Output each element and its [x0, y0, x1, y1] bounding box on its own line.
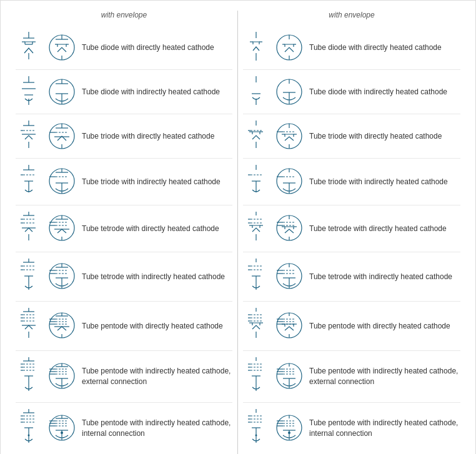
page: with envelope	[0, 0, 476, 454]
schematic-large-r6	[273, 257, 305, 296]
schematic-large-5	[46, 210, 78, 247]
schematic-small-r6	[243, 257, 269, 296]
list-item: Tube tetrode with indirectly heated cath…	[243, 252, 460, 302]
list-item: Tube tetrode with directly heated cathod…	[16, 205, 232, 252]
schematic-small-6	[16, 257, 42, 296]
item-label-r1: Tube diode with directly heated cathode	[309, 42, 460, 53]
schematic-large-r1	[273, 31, 305, 64]
list-item: Tube pentode with directly heated cathod…	[16, 302, 232, 351]
list-item: Tube pentode with indirectly heated cath…	[16, 403, 232, 454]
schematic-small-r1	[243, 31, 269, 64]
list-item: Tube diode with directly heated cathode	[16, 26, 232, 70]
schematic-small-r9	[243, 408, 269, 449]
schematic-large-r2	[273, 75, 305, 109]
list-item: Tube pentode with directly heated cathod…	[243, 302, 460, 351]
schematic-large-6	[46, 257, 78, 296]
schematic-large-r9	[273, 408, 305, 449]
item-label-9: Tube pentode with indirectly heated cath…	[82, 418, 232, 439]
item-label-r2: Tube diode with indirectly heated cathod…	[309, 87, 460, 97]
list-item: Tube triode with directly heated cathode	[243, 114, 460, 159]
item-label-r6: Tube tetrode with indirectly heated cath…	[309, 272, 460, 282]
schematic-large-r8	[273, 356, 305, 397]
schematic-large-9	[46, 408, 78, 449]
schematic-small-2	[16, 75, 42, 109]
right-column: with envelope	[238, 11, 465, 454]
list-item: Tube triode with indirectly heated catho…	[243, 159, 460, 205]
list-item: Tube tetrode with indirectly heated cath…	[16, 252, 232, 302]
right-header: with envelope	[243, 11, 460, 19]
schematic-small-r7	[243, 307, 269, 345]
item-label-6: Tube tetrode with indirectly heated cath…	[82, 272, 232, 282]
schematic-large-4	[46, 164, 78, 200]
item-label-4: Tube triode with indirectly heated catho…	[82, 177, 232, 187]
list-item: Tube pentode with indirectly heated cath…	[16, 351, 232, 403]
main-grid: with envelope	[11, 11, 465, 454]
list-item: Tube pentode with indirectly heated cath…	[243, 351, 460, 403]
schematic-large-1	[46, 31, 78, 64]
schematic-large-8	[46, 356, 78, 397]
schematic-large-r4	[273, 164, 305, 200]
svg-point-160	[61, 432, 63, 434]
schematic-large-r5	[273, 210, 305, 247]
item-label-r8: Tube pentode with indirectly heated cath…	[309, 366, 460, 387]
left-column: with envelope	[11, 11, 238, 454]
item-label-8: Tube pentode with indirectly heated cath…	[82, 366, 232, 387]
list-item: Tube triode with indirectly heated catho…	[16, 159, 232, 205]
list-item: Tube pentode with indirectly heated cath…	[243, 403, 460, 454]
list-item: Tube diode with indirectly heated cathod…	[16, 70, 232, 114]
schematic-large-3	[46, 119, 78, 153]
item-label-r9: Tube pentode with indirectly heated cath…	[309, 418, 460, 439]
svg-point-148	[28, 435, 30, 437]
schematic-small-r8	[243, 356, 269, 397]
schematic-large-r7	[273, 307, 305, 345]
schematic-small-9	[16, 408, 42, 449]
item-label-r4: Tube triode with indirectly heated catho…	[309, 177, 460, 187]
svg-point-293	[288, 432, 290, 434]
item-label-1: Tube diode with directly heated cathode	[82, 42, 232, 53]
schematic-large-2	[46, 75, 78, 109]
schematic-small-3	[16, 119, 42, 153]
schematic-small-1	[16, 31, 42, 64]
item-label-3: Tube triode with directly heated cathode	[82, 131, 232, 142]
schematic-small-r3	[243, 119, 269, 153]
item-label-7: Tube pentode with directly heated cathod…	[82, 321, 232, 332]
item-label-5: Tube tetrode with directly heated cathod…	[82, 224, 232, 234]
item-label-r5: Tube tetrode with directly heated cathod…	[309, 224, 460, 234]
schematic-small-5	[16, 210, 42, 247]
list-item: Tube diode with indirectly heated cathod…	[243, 70, 460, 114]
schematic-large-r3	[273, 119, 305, 153]
schematic-small-r5	[243, 210, 269, 247]
left-header: with envelope	[16, 11, 232, 19]
svg-point-282	[255, 435, 257, 437]
item-label-r7: Tube pentode with directly heated cathod…	[309, 321, 460, 332]
item-label-2: Tube diode with indirectly heated cathod…	[82, 87, 232, 97]
list-item: Tube diode with directly heated cathode	[243, 26, 460, 70]
schematic-small-r2	[243, 75, 269, 109]
list-item: Tube tetrode with directly heated cathod…	[243, 205, 460, 252]
schematic-small-4	[16, 164, 42, 200]
schematic-small-8	[16, 356, 42, 397]
item-label-r3: Tube triode with directly heated cathode	[309, 131, 460, 142]
schematic-small-r4	[243, 164, 269, 200]
schematic-small-7	[16, 307, 42, 345]
list-item: Tube triode with directly heated cathode	[16, 114, 232, 159]
schematic-large-7	[46, 307, 78, 345]
